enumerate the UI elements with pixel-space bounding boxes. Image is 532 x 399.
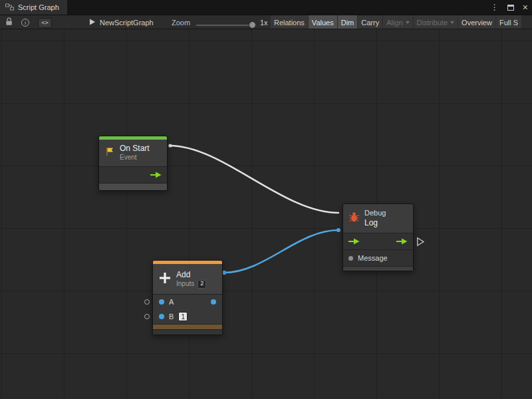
wire-endpoint	[168, 144, 172, 147]
zoom-value: 1x	[260, 19, 268, 27]
flow-input-port[interactable]	[348, 235, 360, 247]
graph-asset-icon	[88, 18, 96, 27]
port-row-b: B 1	[153, 309, 222, 324]
value-output-port[interactable]	[211, 299, 216, 305]
zoom-slider-handle[interactable]	[249, 21, 256, 29]
node-header: On Start Event	[99, 140, 167, 166]
port-label: Message	[358, 254, 388, 262]
node-header: Debug Log	[343, 204, 413, 233]
zoom-slider-track[interactable]	[196, 25, 256, 26]
node-subtitle: Log	[364, 218, 386, 228]
bug-icon	[348, 211, 360, 225]
graph-toolbar: i <> NewScriptGraph Zoom 1x Relations Va…	[0, 15, 532, 29]
menu-kebab-icon[interactable]: ⋮	[491, 3, 499, 11]
code-icon[interactable]: <>	[38, 18, 52, 28]
button-label: Relations	[274, 19, 305, 27]
inline-value-field[interactable]: 1	[178, 312, 188, 321]
value-ports-section: A B 1	[153, 294, 222, 324]
toolbar-buttons: Relations Values Dim Carry Align Distrib…	[271, 15, 521, 29]
node-debug-log[interactable]: Debug Log Message	[342, 203, 414, 271]
button-label: Values	[312, 19, 334, 27]
unconnected-flow-indicator[interactable]	[416, 237, 425, 247]
graph-canvas[interactable]: On Start Event	[0, 29, 532, 399]
inputs-label: Inputs	[176, 280, 194, 289]
value-connection-add-to-message[interactable]	[224, 230, 338, 273]
control-flow-row	[343, 233, 413, 249]
flow-output-port[interactable]	[150, 169, 162, 181]
inputs-count-field[interactable]: 2	[198, 280, 206, 289]
tab-label: Script Graph	[18, 3, 59, 11]
node-title: On Start	[120, 144, 150, 154]
port-label: B	[169, 313, 174, 321]
close-icon[interactable]: ×	[523, 3, 528, 12]
info-icon[interactable]: i	[21, 19, 29, 27]
fullscreen-button[interactable]: Full S	[496, 15, 521, 29]
maximize-glyph	[507, 5, 514, 11]
flow-connection-onstart-to-log[interactable]	[170, 146, 338, 213]
values-button[interactable]: Values	[309, 15, 337, 29]
tab-script-graph[interactable]: Script Graph	[0, 0, 67, 15]
value-input-port-b[interactable]	[159, 314, 164, 319]
align-button[interactable]: Align	[383, 15, 412, 29]
button-label: Full S	[499, 19, 518, 27]
unconnected-port-indicator-b[interactable]	[144, 314, 150, 319]
node-add[interactable]: Add Inputs 2 A B 1	[152, 260, 223, 335]
message-input-port[interactable]	[348, 256, 353, 261]
chevron-down-icon	[406, 21, 410, 24]
node-footer[interactable]	[343, 266, 413, 271]
graph-name-group[interactable]: NewScriptGraph	[88, 15, 154, 29]
window-controls: ⋮ ×	[491, 0, 528, 15]
maximize-icon[interactable]	[507, 1, 514, 13]
wire-endpoint	[336, 228, 340, 232]
message-input-row: Message	[343, 249, 413, 266]
titlebar: Script Graph ⋮ ×	[0, 0, 532, 15]
graph-window-icon	[5, 3, 14, 12]
button-label: Dim	[341, 19, 354, 27]
node-title: Debug	[364, 209, 386, 218]
unconnected-port-indicator-a[interactable]	[144, 299, 150, 305]
button-label: Align	[386, 19, 402, 27]
dim-button[interactable]: Dim	[338, 15, 358, 29]
node-subtitle: Event	[120, 154, 150, 162]
node-on-start-event[interactable]: On Start Event	[98, 136, 168, 191]
graph-name-label: NewScriptGraph	[100, 19, 154, 27]
script-graph-window: Script Graph ⋮ × i <> NewScriptGraph Zoo…	[0, 0, 532, 399]
value-input-port-a[interactable]	[159, 299, 164, 305]
chevron-down-icon	[450, 21, 454, 24]
flow-output-port[interactable]	[396, 235, 408, 247]
button-label: Carry	[361, 19, 379, 27]
button-label: Distribute	[417, 19, 448, 27]
zoom-label: Zoom	[172, 19, 190, 27]
port-label: A	[169, 298, 174, 306]
overview-button[interactable]: Overview	[458, 15, 495, 29]
carry-button[interactable]: Carry	[358, 15, 382, 29]
button-label: Overview	[462, 19, 492, 27]
node-footer[interactable]	[153, 329, 222, 334]
plus-icon	[158, 271, 172, 287]
node-footer-highlight	[153, 324, 222, 329]
port-row-a: A	[153, 295, 222, 309]
control-output-row	[99, 166, 167, 183]
relations-button[interactable]: Relations	[271, 15, 308, 29]
node-footer[interactable]	[99, 183, 167, 190]
toolbar-left-icons: i <>	[5, 15, 52, 29]
flag-icon	[104, 146, 115, 160]
node-title: Add	[176, 270, 206, 280]
wire-layer	[0, 29, 532, 399]
distribute-button[interactable]: Distribute	[414, 15, 458, 29]
node-header: Add Inputs 2	[153, 264, 222, 294]
lock-icon[interactable]	[5, 17, 13, 29]
